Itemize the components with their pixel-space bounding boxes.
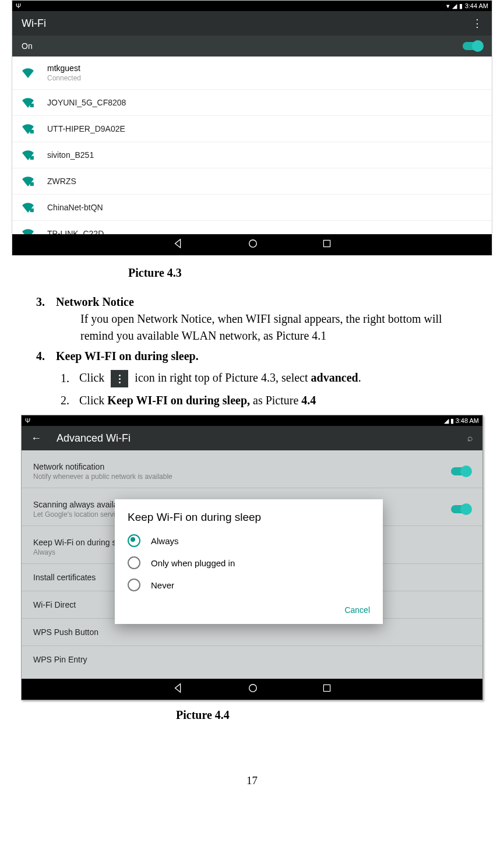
status-bar: Ψ ▾ ◢ ▮ 3:44 AM <box>12 1 492 11</box>
text-bold: advanced <box>311 371 358 384</box>
row-title: WPS Pin Entry <box>33 655 87 664</box>
home-icon[interactable] <box>248 238 258 251</box>
battery-icon: ▮ <box>459 2 463 10</box>
search-icon[interactable]: ⌕ <box>467 433 473 443</box>
overflow-menu-icon[interactable]: ⋮ <box>472 17 482 30</box>
wifi-network-row[interactable]: TP-LINK_C22D <box>12 220 492 234</box>
usb-icon: Ψ <box>25 417 30 424</box>
wifi-toggle[interactable] <box>463 42 482 50</box>
row-title: Install certificates <box>33 573 96 582</box>
row-title: Keep Wi-Fi on during sle <box>33 538 122 547</box>
row-subtitle: Notify whenever a public network is avai… <box>33 472 172 481</box>
clock: 3:44 AM <box>465 2 488 9</box>
svg-point-7 <box>249 685 256 692</box>
svg-point-5 <box>249 240 256 248</box>
home-icon[interactable] <box>248 683 258 696</box>
row-subtitle: Always <box>33 548 122 556</box>
overflow-menu-icon <box>111 370 128 387</box>
wifi-status-icon: ▾ <box>446 2 450 10</box>
list-paragraph: If you open Network Notice, when WIFI si… <box>80 311 469 344</box>
text-bold: Keep WI-FI on during sleep, <box>107 394 250 407</box>
list-number: 3. <box>36 294 56 344</box>
signal-icon: ◢ <box>452 2 457 10</box>
page-number: 17 <box>0 774 504 787</box>
page-title: Wi-Fi <box>22 17 46 30</box>
list-heading: Keep WI-FI on during sleep. <box>56 348 469 365</box>
wifi-network-row[interactable]: mtkguest Connected <box>12 57 492 89</box>
settings-row-wps-pin[interactable]: WPS Pin Entry <box>22 646 482 673</box>
row-title: WPS Push Button <box>33 627 98 637</box>
wifi-network-row[interactable]: JOYUNI_5G_CF8208 <box>12 89 492 115</box>
on-label: On <box>22 41 33 51</box>
dialog-title: Keep Wi-Fi on during sleep <box>115 511 383 530</box>
sub-item-1: 1. Click icon in right top of Picture 4.… <box>61 369 469 387</box>
list-item-3: 3. Network Notice If you open Network No… <box>36 294 469 344</box>
network-name: JOYUNI_5G_CF8208 <box>47 98 126 107</box>
text-bold: 4.4 <box>301 394 316 407</box>
svg-rect-8 <box>323 685 330 692</box>
recents-icon[interactable] <box>322 239 332 251</box>
text: . <box>358 371 361 384</box>
toggle[interactable] <box>451 505 471 513</box>
wifi-network-row[interactable]: ZWRZS <box>12 168 492 194</box>
text: Click <box>79 394 107 407</box>
settings-row-network-notification[interactable]: Network notification Notify whenever a p… <box>22 450 482 488</box>
screenshot-advanced-wifi: Ψ ◢ ▮ 3:48 AM ← Advanced Wi-Fi ⌕ Network… <box>21 415 483 700</box>
status-bar: Ψ ◢ ▮ 3:48 AM <box>22 415 482 426</box>
wifi-signal-lock-icon <box>22 97 34 108</box>
list-heading: Network Notice <box>56 294 469 311</box>
row-title: Network notification <box>33 462 172 471</box>
network-name: mtkguest <box>47 64 81 73</box>
text: icon in right top of Picture 4.3, select <box>132 371 311 384</box>
dialog-option-always[interactable]: Always <box>115 530 383 552</box>
wifi-title-bar: Wi-Fi ⋮ <box>12 11 492 36</box>
wifi-signal-lock-icon <box>22 124 34 134</box>
dialog-option-plugged[interactable]: Only when plugged in <box>115 552 383 574</box>
android-nav-bar <box>12 234 492 255</box>
advanced-settings-list: Network notification Notify whenever a p… <box>22 450 482 679</box>
row-subtitle: Let Google's location servic <box>33 510 118 519</box>
network-name: siviton_B251 <box>47 150 94 160</box>
wifi-network-list: mtkguest Connected JOYUNI_5G_CF8208 UTT-… <box>12 57 492 234</box>
sub-number: 2. <box>61 392 79 409</box>
screenshot-wifi-list: Ψ ▾ ◢ ▮ 3:44 AM Wi-Fi ⋮ On mtkguest <box>12 0 492 256</box>
figure-caption-4-3: Picture 4.3 <box>128 266 504 280</box>
wifi-signal-lock-icon <box>22 150 34 160</box>
document-body: 3. Network Notice If you open Network No… <box>36 294 469 409</box>
network-name: UTT-HIPER_D9A02E <box>47 124 125 133</box>
wifi-network-row[interactable]: ChinaNet-btQN <box>12 194 492 220</box>
svg-rect-0 <box>30 104 34 107</box>
wifi-signal-lock-icon <box>22 176 34 186</box>
option-label: Only when plugged in <box>151 558 235 568</box>
wifi-network-row[interactable]: UTT-HIPER_D9A02E <box>12 115 492 142</box>
wifi-signal-icon <box>22 68 34 78</box>
sub-number: 1. <box>61 370 79 387</box>
wifi-network-row[interactable]: siviton_B251 <box>12 142 492 168</box>
svg-rect-2 <box>30 156 34 160</box>
keep-wifi-dialog: Keep Wi-Fi on during sleep Always Only w… <box>115 499 383 624</box>
page-title: Advanced Wi-Fi <box>57 432 131 445</box>
back-arrow-icon[interactable]: ← <box>31 432 41 445</box>
sub-item-2: 2. Click Keep WI-FI on during sleep, as … <box>61 392 469 409</box>
text: Click <box>79 371 107 384</box>
battery-icon: ▮ <box>450 417 454 424</box>
back-icon[interactable] <box>173 683 184 696</box>
figure-caption-4-4: Picture 4.4 <box>176 708 504 722</box>
svg-rect-1 <box>30 130 34 133</box>
radio-icon <box>128 556 140 569</box>
list-item-4: 4. Keep WI-FI on during sleep. <box>36 348 469 365</box>
cancel-button[interactable]: Cancel <box>115 596 383 618</box>
network-name: TP-LINK_C22D <box>47 229 104 234</box>
signal-icon: ◢ <box>444 417 449 424</box>
radio-selected-icon <box>128 534 140 547</box>
back-icon[interactable] <box>173 238 184 251</box>
wifi-signal-lock-icon <box>22 202 34 213</box>
toggle[interactable] <box>451 467 471 475</box>
network-name: ZWRZS <box>47 177 76 186</box>
network-status: Connected <box>47 74 81 82</box>
recents-icon[interactable] <box>322 683 332 695</box>
dialog-option-never[interactable]: Never <box>115 574 383 596</box>
usb-icon: Ψ <box>16 2 21 9</box>
text: as Picture <box>250 394 301 407</box>
svg-rect-3 <box>30 182 34 186</box>
